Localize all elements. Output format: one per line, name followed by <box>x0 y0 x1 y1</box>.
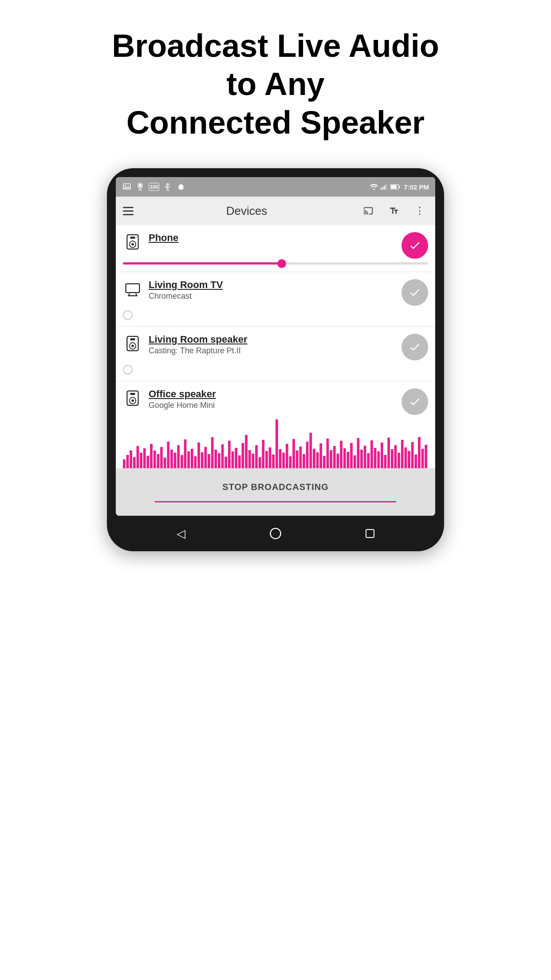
svg-rect-79 <box>272 454 275 468</box>
svg-rect-107 <box>367 453 370 468</box>
svg-rect-97 <box>333 446 336 468</box>
cast-button[interactable] <box>360 202 377 219</box>
svg-rect-58 <box>201 452 204 468</box>
stop-broadcasting-button[interactable]: STOP BROADCASTING <box>125 482 426 492</box>
signal-status-icon <box>381 184 388 190</box>
office-speaker-device-info: Office speaker Google Home Mini <box>149 388 395 410</box>
svg-rect-77 <box>265 451 268 468</box>
tv-check-button[interactable] <box>401 279 428 306</box>
lr-speaker-check-button[interactable] <box>401 334 428 360</box>
image-status-icon <box>122 182 132 192</box>
svg-rect-60 <box>208 454 210 468</box>
svg-rect-119 <box>408 451 410 468</box>
living-room-tv-card[interactable]: Living Room TV Chromecast <box>116 272 435 327</box>
svg-rect-69 <box>238 455 241 468</box>
phone-device-info: Phone <box>149 232 395 244</box>
slider-thumb[interactable] <box>277 259 286 268</box>
svg-rect-34 <box>130 393 135 395</box>
phone-check-button[interactable] <box>401 232 428 259</box>
svg-rect-40 <box>140 453 142 468</box>
svg-rect-95 <box>327 439 329 468</box>
svg-rect-83 <box>286 444 288 468</box>
svg-rect-66 <box>228 441 231 468</box>
svg-rect-78 <box>269 447 272 468</box>
tv-device-sub: Chromecast <box>149 292 395 301</box>
svg-rect-10 <box>169 186 170 188</box>
svg-rect-101 <box>347 452 350 468</box>
more-menu-button[interactable]: ⋮ <box>411 202 428 219</box>
svg-rect-118 <box>404 447 407 468</box>
svg-point-29 <box>131 345 134 347</box>
clock: 7:02 PM <box>404 183 429 191</box>
back-button[interactable]: ◁ <box>170 522 192 545</box>
svg-rect-92 <box>316 452 319 468</box>
office-speaker-card[interactable]: Office speaker Google Home Mini <box>116 381 435 469</box>
svg-rect-62 <box>214 450 217 468</box>
stop-broadcasting-area[interactable]: STOP BROADCASTING <box>116 469 435 516</box>
text-format-button[interactable] <box>386 202 402 219</box>
office-speaker-device-icon <box>123 388 142 408</box>
svg-rect-126 <box>366 530 374 537</box>
svg-rect-105 <box>360 450 363 468</box>
svg-rect-106 <box>364 446 366 468</box>
svg-rect-116 <box>398 453 400 468</box>
svg-rect-14 <box>384 186 385 190</box>
svg-rect-115 <box>394 445 397 468</box>
svg-rect-121 <box>414 454 417 468</box>
svg-rect-75 <box>259 457 261 468</box>
svg-rect-120 <box>411 442 414 468</box>
svg-rect-117 <box>401 440 404 468</box>
svg-rect-46 <box>160 447 163 468</box>
svg-rect-65 <box>224 457 227 468</box>
phone-volume-slider[interactable] <box>123 259 428 272</box>
svg-point-1 <box>125 185 126 186</box>
svg-rect-48 <box>167 442 169 468</box>
svg-rect-81 <box>279 449 282 468</box>
slider-fill <box>123 262 282 265</box>
recents-button[interactable] <box>359 522 381 545</box>
svg-rect-122 <box>418 437 421 468</box>
tv-device-name: Living Room TV <box>149 279 395 291</box>
menu-button[interactable] <box>123 207 134 215</box>
status-bar: 100 <box>116 177 435 197</box>
svg-rect-15 <box>386 184 387 190</box>
lr-speaker-device-name: Living Room speaker <box>149 334 395 345</box>
svg-rect-13 <box>382 186 383 190</box>
lr-speaker-device-info: Living Room speaker Casting: The Rapture… <box>149 334 395 356</box>
svg-rect-47 <box>164 458 166 468</box>
svg-rect-112 <box>384 455 387 468</box>
svg-rect-17 <box>399 186 400 188</box>
app-bar: Devices ⋮ <box>116 197 435 225</box>
headline: Broadcast Live Audio to Any Connected Sp… <box>76 0 475 168</box>
svg-rect-76 <box>262 440 264 468</box>
office-speaker-check-button[interactable] <box>401 388 428 415</box>
svg-rect-90 <box>309 433 312 468</box>
living-room-speaker-card[interactable]: Living Room speaker Casting: The Rapture… <box>116 327 435 381</box>
svg-rect-110 <box>377 451 380 468</box>
phone-card[interactable]: Phone <box>116 225 435 272</box>
lr-speaker-vol-circle <box>123 365 133 375</box>
svg-point-33 <box>131 399 134 402</box>
svg-point-125 <box>270 529 280 539</box>
office-speaker-device-name: Office speaker <box>149 388 395 400</box>
lr-speaker-device-icon <box>123 334 142 353</box>
tv-vol-circle <box>123 310 133 320</box>
app-bar-title: Devices <box>142 204 351 218</box>
svg-rect-12 <box>381 188 382 190</box>
svg-rect-35 <box>123 459 126 468</box>
svg-rect-43 <box>150 444 153 468</box>
svg-rect-64 <box>221 444 224 468</box>
home-button[interactable] <box>264 522 287 545</box>
tv-device-icon <box>123 279 142 299</box>
svg-rect-44 <box>153 450 156 468</box>
svg-rect-36 <box>126 455 129 468</box>
svg-rect-49 <box>170 450 173 468</box>
office-speaker-device-sub: Google Home Mini <box>149 401 395 410</box>
wifi-status-icon <box>370 184 378 190</box>
tv-card-bottom <box>123 306 428 326</box>
svg-rect-114 <box>391 449 394 468</box>
svg-rect-113 <box>387 438 390 468</box>
svg-rect-103 <box>354 455 356 468</box>
svg-rect-71 <box>245 435 248 468</box>
svg-rect-73 <box>252 454 254 468</box>
